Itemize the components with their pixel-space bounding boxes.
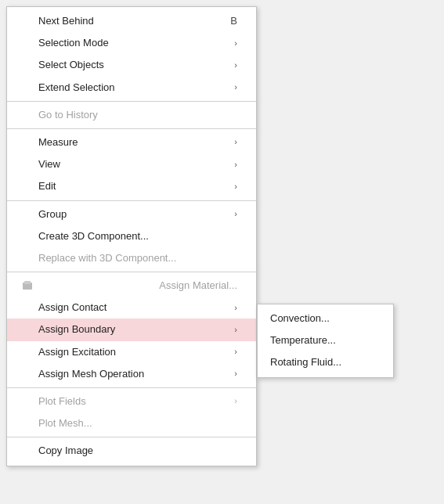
context-menu-wrapper: Next Behind B Selection Mode › Select Ob… bbox=[6, 6, 257, 466]
arrow-icon: › bbox=[234, 395, 237, 407]
arrow-icon: › bbox=[234, 159, 237, 171]
arrow-icon: › bbox=[234, 38, 237, 49]
menu-item-view[interactable]: View › bbox=[7, 153, 256, 175]
menu-item-selection-mode[interactable]: Selection Mode › bbox=[7, 32, 256, 54]
arrow-icon: › bbox=[234, 208, 237, 220]
arrow-icon: › bbox=[234, 346, 237, 358]
menu-item-label: Plot Mesh... bbox=[38, 416, 92, 430]
menu-item-create-3d-component[interactable]: Create 3D Component... bbox=[7, 225, 256, 247]
menu-item-label: Selection Mode bbox=[38, 36, 109, 50]
submenu-item-label: Rotating Fluid... bbox=[270, 355, 341, 369]
svg-rect-1 bbox=[24, 281, 31, 284]
menu-item-label: Extend Selection bbox=[38, 81, 115, 95]
menu-item-copy-image[interactable]: Copy Image bbox=[7, 440, 256, 462]
arrow-icon: › bbox=[234, 59, 237, 71]
menu-item-label: Edit bbox=[38, 179, 56, 193]
material-icon bbox=[20, 280, 35, 291]
menu-item-shortcut: B bbox=[230, 14, 237, 28]
arrow-icon: › bbox=[234, 181, 237, 193]
menu-item-label: Next Behind bbox=[38, 14, 94, 28]
menu-item-group[interactable]: Group › bbox=[7, 203, 256, 225]
menu-item-label: Measure bbox=[38, 135, 78, 149]
menu-item-replace-with-3d-component: Replace with 3D Component... bbox=[7, 247, 256, 269]
menu-item-assign-mesh-operation[interactable]: Assign Mesh Operation › bbox=[7, 363, 256, 385]
separator-6 bbox=[7, 437, 256, 437]
arrow-icon: › bbox=[234, 368, 237, 380]
menu-item-label: Select Objects bbox=[38, 58, 104, 72]
assign-boundary-submenu: Convection... Temperature... Rotating Fl… bbox=[257, 304, 394, 378]
menu-item-next-behind[interactable]: Next Behind B bbox=[7, 10, 256, 32]
arrow-icon: › bbox=[234, 136, 237, 148]
menu-item-label: Replace with 3D Component... bbox=[38, 251, 176, 265]
menu-item-label: Assign Boundary bbox=[38, 322, 115, 337]
menu-item-label: Create 3D Component... bbox=[38, 229, 149, 243]
menu-item-label: Go to History bbox=[38, 108, 98, 122]
menu-item-label: Assign Contact bbox=[38, 301, 106, 315]
menu-item-label: View bbox=[38, 157, 60, 171]
submenu-item-label: Convection... bbox=[270, 311, 330, 326]
menu-item-plot-mesh: Plot Mesh... bbox=[7, 412, 256, 434]
menu-item-plot-fields: Plot Fields › bbox=[7, 391, 256, 412]
separator-3 bbox=[7, 200, 256, 201]
menu-item-assign-material: Assign Material... bbox=[7, 275, 256, 297]
submenu-item-convection[interactable]: Convection... bbox=[258, 308, 393, 329]
submenu-item-label: Temperature... bbox=[270, 333, 336, 347]
menu-item-label: Assign Excitation bbox=[38, 345, 116, 359]
menu-item-assign-excitation[interactable]: Assign Excitation › bbox=[7, 341, 256, 363]
menu-item-select-objects[interactable]: Select Objects › bbox=[7, 54, 256, 76]
submenu-item-temperature[interactable]: Temperature... bbox=[258, 329, 393, 351]
menu-item-go-to-history: Go to History bbox=[7, 104, 256, 126]
separator-4 bbox=[7, 272, 256, 272]
menu-item-measure[interactable]: Measure › bbox=[7, 131, 256, 153]
menu-item-label: Copy Image bbox=[38, 444, 93, 458]
menu-item-assign-contact[interactable]: Assign Contact › bbox=[7, 297, 256, 319]
menu-item-extend-selection[interactable]: Extend Selection › bbox=[7, 77, 256, 99]
separator-2 bbox=[7, 128, 256, 129]
arrow-icon: › bbox=[234, 302, 237, 314]
separator-1 bbox=[7, 101, 256, 102]
submenu-item-rotating-fluid[interactable]: Rotating Fluid... bbox=[258, 351, 393, 373]
menu-item-label: Assign Mesh Operation bbox=[38, 367, 144, 381]
separator-5 bbox=[7, 387, 256, 388]
context-menu: Next Behind B Selection Mode › Select Ob… bbox=[6, 6, 257, 466]
menu-item-assign-boundary[interactable]: Assign Boundary › bbox=[7, 319, 256, 340]
menu-item-label: Plot Fields bbox=[38, 394, 86, 409]
menu-item-label: Group bbox=[38, 207, 67, 221]
arrow-icon: › bbox=[234, 324, 237, 336]
menu-item-edit[interactable]: Edit › bbox=[7, 175, 256, 197]
menu-item-label: Assign Material... bbox=[159, 279, 237, 293]
arrow-icon: › bbox=[234, 81, 237, 93]
